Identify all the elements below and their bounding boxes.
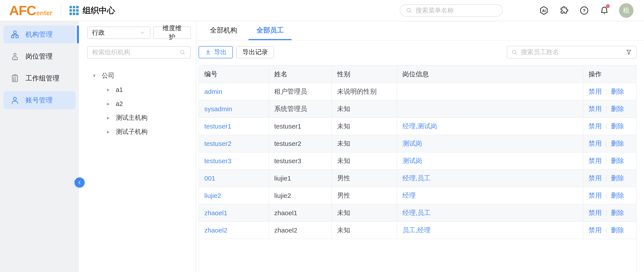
delete-button[interactable]: 删除: [611, 192, 624, 199]
employee-id-link[interactable]: 001: [204, 175, 215, 182]
sidebar-item-position-management[interactable]: 岗位管理: [4, 47, 76, 65]
delete-button[interactable]: 删除: [611, 174, 624, 182]
employee-gender-cell: 未知: [332, 135, 397, 152]
employee-positions-link[interactable]: 经理,员工: [402, 209, 430, 216]
user-avatar[interactable]: 租: [619, 3, 634, 18]
employee-gender-cell: 未知: [332, 152, 397, 170]
employee-positions-link[interactable]: 员工,经理: [402, 226, 430, 234]
collapse-panel-button[interactable]: [74, 177, 84, 188]
export-records-button[interactable]: 导出记录: [236, 46, 274, 58]
org-tree-panel: 行政 维度维护 检索组织机构 ▾ 公司 ▸a1▸a2▸测试主机构▸测试子机: [79, 21, 196, 272]
employee-id-link[interactable]: sysadmin: [204, 105, 232, 113]
delete-button[interactable]: 删除: [611, 157, 624, 164]
tree-node-child[interactable]: ▸a2: [87, 97, 191, 111]
filter-icon[interactable]: [626, 49, 632, 56]
employee-id-cell: zhaoel2: [199, 221, 269, 239]
employee-name-cell: testuser2: [269, 135, 332, 152]
org-search-input[interactable]: 检索组织机构: [87, 46, 191, 59]
disable-button[interactable]: 禁用: [588, 140, 602, 147]
search-icon: [511, 49, 518, 56]
table-row: testuser1testuser1未知经理,测试岗禁用删除: [199, 118, 636, 135]
employee-id-link[interactable]: testuser3: [204, 157, 231, 164]
tab-all-employees[interactable]: 全部员工: [248, 21, 292, 40]
delete-button[interactable]: 删除: [611, 122, 624, 130]
export-button[interactable]: 导出: [198, 46, 233, 58]
notification-dot: [606, 4, 610, 8]
caret-right-icon[interactable]: ▸: [107, 129, 116, 135]
tree-node-child[interactable]: ▸测试主机构: [87, 111, 191, 125]
organization-center-app: AFC enter 组织中心 搜索菜单名称 AI: [0, 0, 644, 272]
help-icon[interactable]: ?: [579, 6, 589, 16]
disable-button[interactable]: 禁用: [588, 209, 602, 216]
disable-button[interactable]: 禁用: [588, 88, 602, 95]
column-header-name: 姓名: [269, 65, 332, 83]
employee-positions-cell: 经理,测试岗: [397, 118, 583, 135]
employee-id-link[interactable]: admin: [204, 88, 222, 95]
employee-positions-link[interactable]: 测试岗: [402, 140, 422, 147]
employee-name-cell: 系统管理员: [269, 100, 332, 118]
caret-right-icon[interactable]: ▸: [107, 115, 116, 121]
table-row: 001liujie1男性经理,员工禁用删除: [199, 170, 636, 187]
dimension-maintain-button[interactable]: 维度维护: [154, 27, 191, 39]
disable-button[interactable]: 禁用: [588, 122, 602, 130]
employee-id-link[interactable]: liujie2: [204, 192, 221, 199]
action-divider: [606, 158, 606, 164]
delete-button[interactable]: 删除: [611, 105, 624, 112]
afc-logo[interactable]: AFC enter: [9, 4, 52, 17]
sidebar-item-org-management[interactable]: 机构管理: [4, 26, 76, 44]
employee-table: 编号 姓名 性别 岗位信息 操作 admin租户管理员未说明的性别禁用删除sys…: [198, 65, 636, 272]
tree-node-root[interactable]: ▾ 公司: [87, 69, 191, 83]
sidebar-item-workgroup-management[interactable]: 工作组管理: [4, 69, 76, 87]
employee-search-input[interactable]: 搜索员工姓名: [507, 46, 636, 59]
employee-id-link[interactable]: testuser2: [204, 140, 231, 147]
disable-button[interactable]: 禁用: [588, 226, 602, 234]
main-content: 全部机构 全部员工 导出 导出记录 搜索员工姓名: [196, 21, 644, 272]
tree-node-child[interactable]: ▸a1: [87, 83, 191, 97]
employee-positions-link[interactable]: 经理,员工: [402, 174, 430, 182]
table-row: sysadmin系统管理员未知禁用删除: [199, 100, 636, 118]
employee-id-cell: admin: [199, 83, 269, 100]
tree-node-child[interactable]: ▸测试子机构: [87, 125, 191, 139]
dimension-select[interactable]: 行政: [87, 27, 150, 39]
disable-button[interactable]: 禁用: [588, 192, 602, 199]
employee-id-link[interactable]: testuser1: [204, 123, 231, 130]
employee-id-cell: liujie2: [199, 187, 269, 204]
action-divider: [606, 210, 606, 216]
employee-id-link[interactable]: zhaoel2: [204, 227, 227, 234]
delete-button[interactable]: 删除: [611, 88, 624, 95]
employee-positions-link[interactable]: 经理,测试岗: [402, 122, 437, 130]
tab-all-organizations[interactable]: 全部机构: [202, 21, 245, 40]
tree-node-label: 测试主机构: [116, 113, 148, 122]
delete-button[interactable]: 删除: [611, 140, 624, 147]
sidebar-item-account-management[interactable]: 账号管理: [4, 91, 76, 109]
employee-gender-cell: 男性: [332, 187, 397, 204]
delete-button[interactable]: 删除: [611, 226, 624, 234]
employee-gender-cell: 未说明的性别: [332, 83, 397, 100]
delete-button[interactable]: 删除: [611, 209, 624, 216]
action-divider: [606, 123, 606, 130]
employee-gender-cell: 男性: [332, 170, 397, 187]
menu-search-placeholder: 搜索菜单名称: [416, 6, 454, 15]
menu-search-input[interactable]: 搜索菜单名称: [400, 5, 503, 17]
tree-node-label: a2: [116, 100, 123, 108]
caret-down-icon[interactable]: ▾: [93, 73, 102, 79]
disable-button[interactable]: 禁用: [588, 174, 602, 182]
ai-assistant-icon[interactable]: AI: [539, 6, 549, 16]
disable-button[interactable]: 禁用: [588, 105, 602, 112]
employee-positions-link[interactable]: 经理: [402, 192, 416, 199]
employee-positions-link[interactable]: 测试岗: [402, 157, 422, 164]
plugin-icon[interactable]: [559, 6, 569, 16]
caret-right-icon[interactable]: ▸: [107, 101, 116, 107]
employee-id-link[interactable]: zhaoel1: [204, 209, 227, 216]
row-actions-cell: 禁用删除: [583, 170, 636, 187]
caret-right-icon[interactable]: ▸: [107, 87, 116, 93]
active-indicator-bar: [77, 26, 79, 44]
tree-node-label: 测试子机构: [116, 127, 148, 136]
action-divider: [606, 106, 606, 113]
employee-id-cell: zhaoel1: [199, 204, 269, 221]
notifications-icon[interactable]: [599, 6, 609, 16]
disable-button[interactable]: 禁用: [588, 157, 602, 164]
employee-search-placeholder: 搜索员工姓名: [521, 48, 626, 57]
apps-grid-icon[interactable]: [70, 6, 79, 15]
org-structure-icon: [10, 30, 19, 39]
